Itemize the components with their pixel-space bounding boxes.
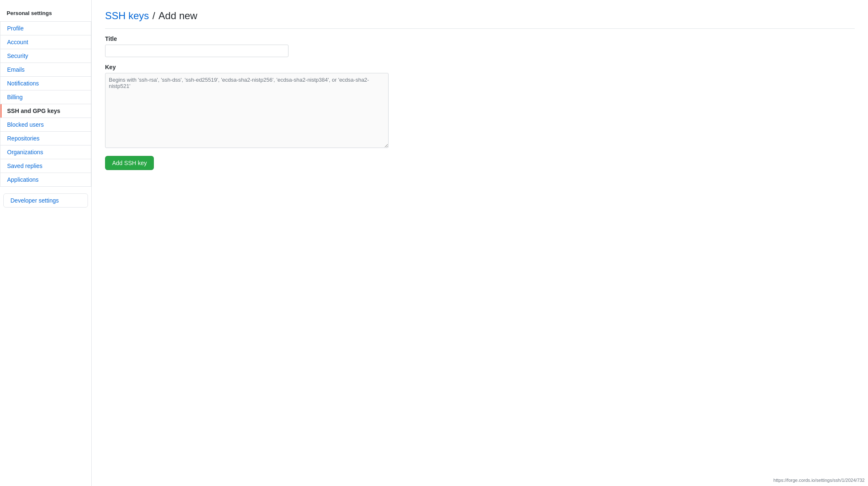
page-title-separator: /: [152, 10, 155, 22]
title-label: Title: [105, 35, 855, 42]
sidebar-header: Personal settings: [0, 7, 91, 21]
page-title-sub: Add new: [158, 10, 197, 22]
sidebar-item-blocked-users[interactable]: Blocked users: [0, 118, 91, 132]
sidebar-item-profile[interactable]: Profile: [0, 22, 91, 35]
sidebar-item-organizations[interactable]: Organizations: [0, 145, 91, 159]
key-label: Key: [105, 64, 855, 70]
sidebar-item-account[interactable]: Account: [0, 35, 91, 49]
sidebar-item-repositories[interactable]: Repositories: [0, 132, 91, 145]
sidebar-item-notifications[interactable]: Notifications: [0, 77, 91, 90]
developer-settings-link[interactable]: Developer settings: [4, 194, 88, 207]
main-content: SSH keys / Add new Title Key Add SSH key: [92, 0, 868, 486]
developer-settings-section[interactable]: Developer settings: [3, 193, 88, 208]
add-ssh-key-button[interactable]: Add SSH key: [105, 156, 154, 170]
add-ssh-key-form: Title Key Add SSH key: [105, 35, 855, 170]
sidebar-item-emails[interactable]: Emails: [0, 63, 91, 77]
sidebar-item-ssh-gpg[interactable]: SSH and GPG keys: [0, 104, 91, 118]
sidebar-item-billing[interactable]: Billing: [0, 90, 91, 104]
sidebar-item-saved-replies[interactable]: Saved replies: [0, 159, 91, 173]
title-input[interactable]: [105, 45, 288, 57]
title-field-group: Title: [105, 35, 855, 57]
sidebar-nav: Profile Account Security Emails Notifica…: [0, 21, 91, 187]
page-header: SSH keys / Add new: [105, 10, 855, 29]
key-field-group: Key: [105, 64, 855, 149]
sidebar-item-security[interactable]: Security: [0, 49, 91, 63]
page-title-ssh: SSH keys: [105, 10, 149, 22]
url-hint: https://forge.cords.io/settings/ssh/1/20…: [773, 478, 865, 483]
sidebar: Personal settings Profile Account Securi…: [0, 0, 92, 486]
key-textarea[interactable]: [105, 73, 389, 148]
sidebar-item-applications[interactable]: Applications: [0, 173, 91, 186]
